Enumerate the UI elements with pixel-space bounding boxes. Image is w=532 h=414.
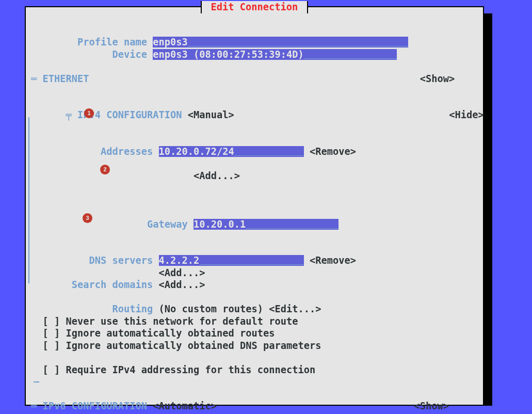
ipv4-hide-button[interactable]: <Hide>: [449, 109, 484, 120]
dns-label: DNS servers: [31, 255, 159, 266]
address-input[interactable]: 10.20.0.72/24: [159, 146, 304, 157]
dns-input[interactable]: 4.2.2.2: [159, 255, 304, 266]
routing-label: Routing: [31, 304, 159, 314]
address-add-button[interactable]: <Add...>: [194, 170, 240, 181]
search-domains-label: Search domains: [31, 279, 159, 290]
ignore-routes-checkbox[interactable]: [ ] Ignore automatically obtained routes: [43, 328, 275, 339]
ipv4-mode-select[interactable]: <Manual>: [188, 109, 234, 120]
ipv6-header: IPv6 CONFIGURATION: [37, 401, 153, 411]
gateway-input[interactable]: 10.20.0.1: [194, 219, 338, 230]
profile-name-label: Profile name: [31, 37, 153, 47]
dns-add-button[interactable]: <Add...>: [159, 267, 205, 278]
routing-value: (No custom routes): [159, 304, 264, 314]
addresses-label: Addresses: [31, 146, 159, 157]
ipv4-toggle-icon[interactable]: ╤: [66, 109, 72, 120]
edit-connection-dialog: Edit Connection Profile name enp0s3 Devi…: [25, 6, 484, 406]
require-ipv4-checkbox[interactable]: [ ] Require IPv4 addressing for this con…: [43, 364, 316, 375]
dns-remove-button[interactable]: <Remove>: [310, 255, 356, 266]
ipv6-show-button[interactable]: <Show>: [414, 401, 449, 411]
address-remove-button[interactable]: <Remove>: [310, 146, 356, 157]
profile-name-input[interactable]: enp0s3: [153, 37, 408, 47]
ipv6-mode-select[interactable]: <Automatic>: [153, 401, 217, 411]
routing-edit-button[interactable]: <Edit...>: [269, 304, 321, 314]
annotation-marker: 3: [83, 213, 92, 223]
annotation-marker: 1: [84, 108, 94, 118]
ethernet-toggle-icon[interactable]: ═: [31, 73, 37, 84]
search-domains-add-button[interactable]: <Add...>: [159, 279, 205, 290]
ipv6-toggle-icon[interactable]: ═: [31, 401, 37, 411]
dialog-title: Edit Connection: [201, 1, 308, 13]
device-label: Device: [31, 49, 153, 60]
ethernet-show-button[interactable]: <Show>: [420, 73, 455, 84]
device-input[interactable]: enp0s3 (08:00:27:53:39:4D): [153, 49, 397, 60]
ethernet-header: ETHERNET: [37, 73, 420, 84]
ignore-dns-checkbox[interactable]: [ ] Ignore automatically obtained DNS pa…: [43, 340, 321, 351]
annotation-marker: 2: [100, 165, 110, 174]
never-default-route-checkbox[interactable]: [ ] Never use this network for default r…: [43, 316, 298, 327]
